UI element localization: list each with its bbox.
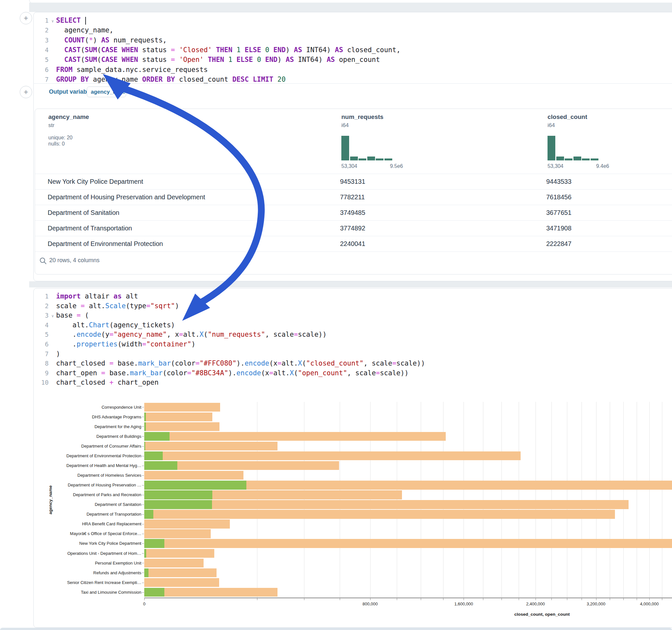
token: base (56, 311, 76, 319)
y-axis-label: Taxi and Limousine Commission (39, 588, 141, 597)
search-icon[interactable] (39, 257, 47, 265)
cell-agency-name[interactable]: Department of Sanitation (48, 205, 119, 220)
histogram-bar (556, 156, 564, 161)
bar-closed-count (144, 442, 278, 451)
x-axis-tick (443, 598, 443, 600)
token: , scale (363, 359, 392, 367)
x-axis-title: closed_count, open_count (510, 612, 574, 617)
histogram-bar (565, 159, 573, 161)
sql-cell: 1∨SELECT 2 agency_name,3 COUNT(*) AS num… (33, 12, 672, 281)
next-cell-edge (0, 628, 672, 630)
bar-closed-count (144, 422, 219, 431)
token: = (269, 369, 273, 377)
bar-open-count (144, 452, 163, 461)
token (175, 56, 179, 64)
token: LIMIT (253, 75, 273, 83)
code-line[interactable]: 3∨base = ( (34, 311, 669, 320)
x-axis-tick (463, 598, 464, 600)
code-line[interactable]: 2 agency_name, (34, 25, 669, 35)
code-line[interactable]: 10chart_closed + chart_open (34, 378, 669, 387)
code-line[interactable]: 8chart_closed = base.mark_bar(color="#FF… (34, 358, 669, 368)
output-variable-input[interactable]: agency_tickets (87, 87, 126, 97)
code-line[interactable]: 4 alt.Chart(agency_tickets) (34, 320, 669, 330)
token: "agency_name" (114, 331, 167, 338)
code-line[interactable]: 6FROM sample_data.nyc.service_requests (34, 65, 669, 75)
token: encode (236, 369, 261, 377)
token: (y (101, 331, 109, 338)
token: open_count (335, 56, 380, 64)
code-line[interactable]: 2scale = alt.Scale(type="sqrt") (34, 301, 669, 311)
bar-open-count (144, 413, 146, 421)
x-axis-tick (340, 598, 340, 600)
line-number: 2 (34, 301, 55, 311)
x-axis-tick (551, 598, 552, 600)
code-line[interactable]: 4 CAST(SUM(CASE WHEN status = 'Closed' T… (34, 45, 669, 55)
cell-closed-count[interactable]: 3471908 (546, 220, 572, 236)
x-axis-tick (637, 598, 637, 600)
token: = (187, 369, 192, 377)
code-line[interactable]: 7GROUP BY agency_name ORDER BY closed_co… (34, 75, 669, 84)
cell-num-requests[interactable]: 3749485 (340, 205, 365, 220)
histogram-bar (573, 156, 581, 161)
token: = (171, 56, 175, 64)
code-line[interactable]: 6 .properties(width="container") (34, 339, 669, 349)
token: scale)) (380, 369, 409, 377)
token: encode (76, 331, 101, 338)
token: 'Closed' (179, 46, 212, 54)
token: = (142, 340, 146, 348)
cell-agency-name[interactable]: Department of Environmental Protection (48, 236, 163, 251)
x-axis-tick (623, 598, 624, 600)
column-type: i64 (341, 122, 349, 129)
token (224, 56, 229, 64)
notebook-page: + + 1∨SELECT 2 agency_name,3 COUNT(*) AS… (0, 0, 672, 630)
column-name[interactable]: closed_count (548, 114, 587, 121)
fold-chevron-icon[interactable]: ∨ (51, 16, 54, 26)
line-number: 2 (34, 25, 55, 35)
gridline (340, 402, 340, 598)
column-name[interactable]: agency_name (48, 114, 89, 121)
token: END (273, 46, 286, 54)
y-axis-tick (142, 485, 144, 485)
code-line[interactable]: 9chart_open = base.mark_bar(color="#8BC3… (34, 368, 669, 378)
cell-num-requests[interactable]: 2240041 (340, 236, 365, 251)
add-cell-button-top[interactable]: + (20, 12, 32, 24)
line-number-value: 9 (45, 368, 49, 378)
token: ) (175, 302, 179, 310)
cell-closed-count[interactable]: 3677651 (546, 205, 572, 220)
code-line[interactable]: 5 .encode(y="agency_name", x=alt.X("num_… (34, 330, 669, 339)
line-number-value: 7 (45, 75, 49, 84)
token (81, 17, 85, 24)
cell-agency-name[interactable]: New York City Police Department (48, 174, 143, 189)
code-text: CAST(SUM(CASE WHEN status = 'Open' THEN … (56, 55, 380, 65)
cell-closed-count[interactable]: 2222847 (546, 236, 572, 251)
token: = (109, 331, 114, 338)
y-axis-tick (142, 417, 144, 417)
histogram-bar (376, 159, 383, 161)
cell-agency-name[interactable]: Department of Housing Preservation and D… (48, 189, 205, 205)
cell-agency-name[interactable]: Department of Transportation (48, 220, 132, 236)
column-name[interactable]: num_requests (341, 114, 383, 121)
gridline (535, 402, 536, 598)
token: (color (171, 359, 195, 367)
fold-chevron-icon[interactable]: ∨ (51, 311, 54, 321)
code-line[interactable]: 1import altair as alt (34, 291, 669, 301)
code-line[interactable]: 3 COUNT(*) AS num_requests, (34, 35, 669, 45)
cell-num-requests[interactable]: 9453131 (340, 174, 365, 189)
line-number-value: 1 (45, 291, 49, 301)
cell-closed-count[interactable]: 7618456 (546, 189, 572, 205)
token (56, 36, 64, 44)
y-axis-label: Department for the Aging (39, 422, 141, 431)
token: = (278, 359, 282, 367)
code-line[interactable]: 5 CAST(SUM(CASE WHEN status = 'Open' THE… (34, 55, 669, 65)
code-line[interactable]: 7) (34, 349, 669, 359)
cell-closed-count[interactable]: 9443533 (546, 174, 572, 189)
cell-num-requests[interactable]: 7782211 (340, 189, 365, 205)
code-line[interactable]: 1∨SELECT (34, 16, 669, 25)
add-cell-button-middle[interactable]: + (20, 86, 32, 98)
token (233, 56, 237, 64)
token: (x (269, 359, 278, 367)
cell-num-requests[interactable]: 3774892 (340, 220, 365, 236)
histogram-bar (359, 159, 366, 161)
x-axis-tick (257, 598, 257, 600)
token: THEN (216, 46, 233, 54)
